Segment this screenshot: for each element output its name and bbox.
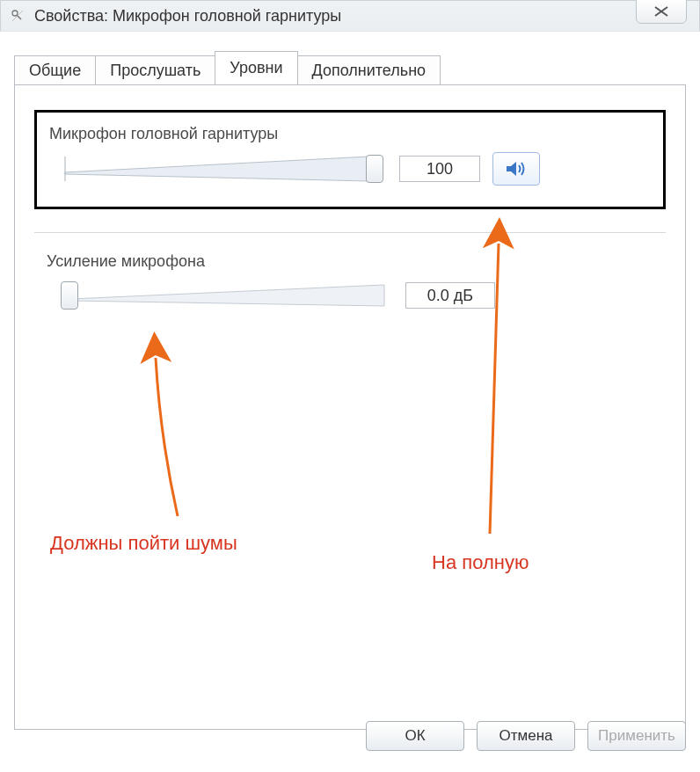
ok-button[interactable]: ОК (366, 721, 464, 751)
mic-level-row: 100 (49, 152, 651, 186)
cancel-button[interactable]: Отмена (477, 721, 575, 751)
mic-level-label: Микрофон головной гарнитуры (49, 125, 651, 143)
close-icon (652, 5, 671, 18)
group-divider (34, 232, 666, 233)
app-icon (10, 8, 26, 24)
boost-slider-thumb[interactable] (61, 281, 78, 310)
tab-levels[interactable]: Уровни (215, 51, 297, 84)
tab-strip: Общие Прослушать Уровни Дополнительно (14, 49, 686, 84)
svg-marker-5 (65, 157, 369, 181)
svg-point-0 (12, 11, 18, 16)
mute-button[interactable] (492, 152, 540, 186)
title-bar: Свойства: Микрофон головной гарнитуры (0, 0, 700, 32)
annotation-noise: Должны пойти шумы (50, 532, 237, 555)
mic-boost-row: 0.0 дБ (47, 280, 653, 311)
speaker-icon (504, 158, 529, 179)
annotation-full: На полную (432, 551, 529, 574)
mic-boost-value[interactable]: 0.0 дБ (405, 282, 495, 309)
close-button[interactable] (636, 0, 687, 24)
mic-level-slider[interactable] (62, 153, 387, 185)
tab-advanced[interactable]: Дополнительно (297, 55, 441, 84)
tab-listen[interactable]: Прослушать (95, 55, 215, 84)
tab-page-levels: Микрофон головной гарнитуры 100 (14, 84, 686, 730)
mic-level-value[interactable]: 100 (399, 156, 480, 182)
window-title: Свойства: Микрофон головной гарнитуры (34, 7, 341, 25)
apply-button[interactable]: Применить (587, 721, 686, 751)
mic-boost-group: Усиление микрофона 0.0 дБ (34, 252, 666, 324)
client-area: Общие Прослушать Уровни Дополнительно Ми… (0, 32, 700, 765)
dialog-buttons: ОК Отмена Применить (366, 721, 686, 751)
mic-level-group: Микрофон головной гарнитуры 100 (34, 110, 666, 209)
mic-boost-label: Усиление микрофона (47, 252, 653, 271)
mic-slider-thumb[interactable] (366, 155, 383, 183)
svg-marker-7 (507, 162, 516, 176)
tab-general[interactable]: Общие (14, 55, 96, 84)
mic-boost-slider[interactable] (59, 280, 393, 311)
svg-marker-8 (71, 285, 384, 306)
